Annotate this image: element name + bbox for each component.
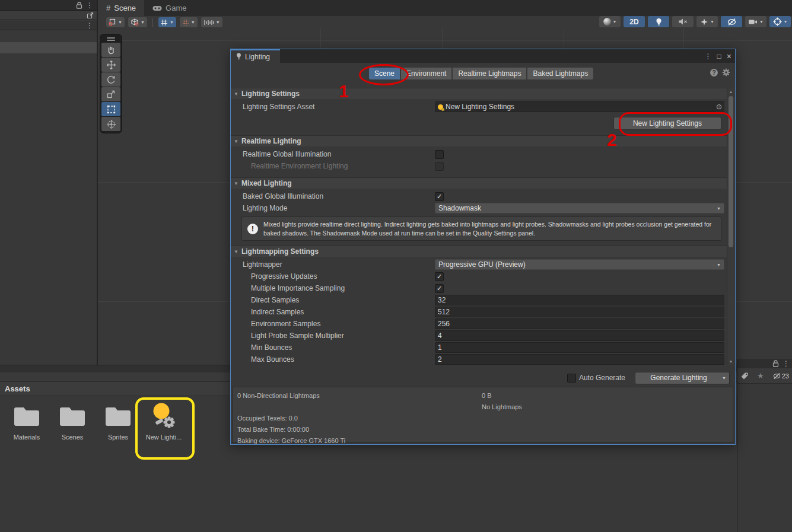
draw-mode-button[interactable]: ▼ [599, 16, 621, 27]
kebab-menu-icon[interactable]: ⋮ [783, 360, 790, 367]
checkbox-checked[interactable]: ✓ [435, 284, 444, 293]
tools-palette [100, 34, 122, 133]
palette-drag-handle[interactable] [101, 36, 120, 42]
scale-tool[interactable] [101, 87, 120, 101]
row-label: Baked Global Illumination [243, 192, 435, 200]
lighting-mode-dropdown[interactable]: Shadowmask ▼ [435, 203, 724, 214]
kebab-menu-icon[interactable]: ⋮ [86, 2, 93, 9]
kebab-menu-icon[interactable]: ⋮ [86, 22, 93, 29]
gear-icon[interactable] [722, 68, 730, 77]
window-controls: ⋮ □ × [705, 49, 731, 63]
row-realtime-env-lighting: Realtime Environment Lighting [231, 160, 727, 172]
lighting-window-titlebar[interactable]: Lighting ⋮ □ × [231, 49, 735, 63]
rotate-tool[interactable] [101, 72, 120, 87]
tab-baked-lightmaps[interactable]: Baked Lightmaps [527, 68, 593, 79]
section-mixed-lighting[interactable]: ▼ Mixed Lighting [231, 177, 727, 189]
scroll-down-icon[interactable]: ▼ [727, 360, 734, 364]
close-icon[interactable]: × [727, 52, 731, 61]
help-icon[interactable]: ? [710, 69, 718, 77]
kebab-menu-icon[interactable]: ⋮ [705, 53, 712, 60]
vertical-scrollbar[interactable]: ▲ ▼ [727, 88, 734, 365]
row-label: Progressive Updates [251, 272, 435, 281]
indirect-samples-input[interactable]: 512 [435, 307, 724, 317]
tab-label: Realtime Lightmaps [458, 69, 521, 78]
generate-lighting-button[interactable]: Generate Lighting ▼ [635, 372, 730, 384]
tag-icon[interactable] [740, 372, 749, 380]
section-realtime-lighting[interactable]: ▼ Realtime Lighting [231, 135, 727, 146]
asset-item-materials[interactable]: Materials [9, 400, 44, 441]
popout-icon[interactable] [87, 12, 94, 19]
tab-scene[interactable]: # Scene [98, 0, 144, 16]
hidden-count[interactable]: 23 [772, 372, 789, 380]
effects-button[interactable]: ▼ [696, 16, 718, 27]
button-label: Generate Lighting [650, 374, 707, 382]
scene-lighting-button[interactable] [648, 16, 669, 27]
camera-button[interactable]: ▼ [745, 16, 766, 27]
min-bounces-input[interactable]: 1 [435, 342, 724, 353]
asset-item-new-lighting-settings[interactable]: New Lighti... [147, 400, 181, 441]
grid-snapping-icon [182, 19, 189, 26]
inspector-strip: ⋮ ★ 23 [737, 359, 792, 532]
section-lighting-settings[interactable]: ▼ Lighting Settings [231, 88, 727, 99]
chevron-down-icon: ▼ [710, 20, 714, 24]
eye-slash-icon [727, 18, 737, 26]
tab-game[interactable]: Game [144, 0, 195, 16]
tab-lighting-scene[interactable]: Scene [369, 68, 400, 79]
panel-divider[interactable] [97, 0, 98, 365]
check-icon: ✓ [437, 285, 442, 292]
light-probe-sample-multiplier-input[interactable]: 4 [435, 330, 724, 341]
max-bounces-input[interactable]: 2 [435, 354, 724, 365]
star-icon[interactable]: ★ [757, 371, 764, 380]
section-label: Lighting Settings [241, 90, 300, 98]
scroll-up-icon[interactable]: ▲ [727, 90, 734, 94]
assets-header-label: Assets [5, 384, 30, 393]
asset-item-scenes[interactable]: Scenes [55, 400, 90, 441]
checkbox-checked[interactable]: ✓ [435, 272, 444, 281]
transform-tool[interactable] [101, 117, 120, 131]
field-value: 256 [438, 320, 450, 328]
stat-occupied-texels: Occupied Texels: 0.0 [237, 415, 298, 422]
lighting-window-tab[interactable]: Lighting [231, 49, 280, 63]
shaded-sphere-icon [603, 18, 611, 26]
move-tool[interactable] [101, 58, 120, 72]
chevron-down-icon: ▼ [170, 20, 174, 24]
scrollbar-thumb[interactable] [729, 96, 733, 247]
snap-increment-button[interactable]: ▼ [201, 17, 222, 27]
direct-samples-input[interactable]: 32 [435, 295, 724, 305]
chevron-down-icon: ▼ [784, 20, 788, 24]
lighting-settings-asset-field[interactable]: New Lighting Settings [435, 101, 714, 112]
view-hand-tool[interactable] [101, 43, 120, 57]
2d-toggle-button[interactable]: 2D [624, 16, 645, 27]
rect-tool[interactable] [101, 102, 120, 116]
new-lighting-settings-button[interactable]: New Lighting Settings [613, 117, 721, 130]
component-tools-button[interactable]: ▼ [769, 16, 791, 27]
section-lightmapping-settings[interactable]: ▼ Lightmapping Settings [231, 246, 727, 257]
audio-mute-button[interactable] [672, 16, 694, 27]
checkbox-unchecked[interactable] [435, 150, 444, 159]
lock-open-icon[interactable] [76, 2, 82, 9]
chevron-down-icon: ▼ [613, 20, 617, 24]
lightmapper-dropdown[interactable]: Progressive GPU (Preview) ▼ [435, 259, 724, 270]
auto-generate-checkbox[interactable] [567, 374, 576, 383]
foldout-icon: ▼ [234, 181, 238, 186]
asset-item-sprites[interactable]: Sprites [101, 400, 135, 441]
checkbox-checked[interactable]: ✓ [435, 192, 444, 201]
grid-snapping-button[interactable]: ▼ [180, 17, 198, 27]
scene-visibility-button[interactable] [721, 16, 742, 27]
tool-handle-position-button[interactable]: ▼ [106, 17, 125, 27]
section-label: Lightmapping Settings [241, 247, 319, 256]
tool-handle-rotation-button[interactable]: ▼ [128, 17, 147, 27]
row-label: Min Bounces [251, 343, 435, 352]
lock-open-icon[interactable] [772, 360, 779, 367]
chevron-down-icon: ▼ [141, 20, 145, 24]
environment-samples-input[interactable]: 256 [435, 318, 724, 329]
row-progressive-updates: Progressive Updates ✓ [231, 270, 727, 282]
tab-lighting-environment[interactable]: Environment [401, 68, 451, 79]
grid-visibility-button[interactable]: ▼ [158, 17, 176, 27]
asset-grid: Materials Scenes Sprites [9, 400, 181, 441]
tab-realtime-lightmaps[interactable]: Realtime Lightmaps [453, 68, 526, 79]
maximize-icon[interactable]: □ [717, 52, 721, 60]
object-picker-icon[interactable]: ⊙ [714, 101, 724, 113]
left-panel-selected-row[interactable] [0, 42, 97, 53]
row-lightmapper: Lightmapper Progressive GPU (Preview) ▼ [231, 259, 727, 270]
